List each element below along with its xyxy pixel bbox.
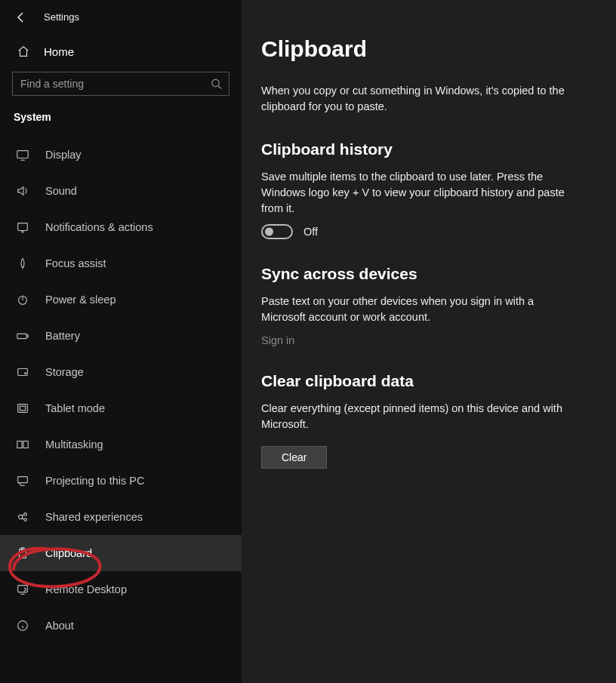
section-clear: Clear clipboard data Clear everything (e…	[261, 372, 586, 469]
sidebar-item-notifications[interactable]: Notifications & actions	[0, 209, 242, 245]
svg-rect-5	[26, 335, 28, 337]
sidebar-item-label: Display	[45, 149, 82, 161]
search-input[interactable]	[12, 72, 229, 96]
sidebar-item-label: Projecting to this PC	[45, 475, 144, 487]
sidebar-item-label: Battery	[45, 330, 80, 342]
history-desc: Save multiple items to the clipboard to …	[261, 169, 578, 217]
svg-rect-1	[17, 151, 28, 158]
page-title: Clipboard	[261, 36, 586, 62]
home-nav[interactable]: Home	[0, 34, 242, 69]
shared-icon	[15, 509, 30, 525]
sidebar-item-focus[interactable]: Focus assist	[0, 245, 242, 282]
svg-point-7	[25, 373, 26, 374]
svg-rect-8	[18, 405, 28, 413]
intro-text: When you copy or cut something in Window…	[261, 83, 578, 115]
display-icon	[15, 147, 30, 162]
sidebar-item-label: Sound	[45, 185, 77, 197]
tablet-icon	[15, 401, 30, 416]
sidebar-item-power[interactable]: Power & sleep	[0, 282, 242, 318]
home-icon	[17, 45, 30, 58]
focus-icon	[15, 256, 30, 271]
sidebar-item-label: Clipboard	[45, 547, 92, 559]
sidebar-item-tablet[interactable]: Tablet mode	[0, 390, 242, 426]
sidebar-item-display[interactable]: Display	[0, 137, 242, 173]
svg-rect-2	[18, 223, 28, 231]
main-content: Clipboard When you copy or cut something…	[242, 0, 616, 683]
sidebar-item-label: Multitasking	[45, 438, 103, 451]
sidebar-item-shared[interactable]: Shared experiences	[0, 499, 242, 535]
svg-rect-11	[23, 441, 28, 448]
sidebar-item-label: Remote Desktop	[45, 583, 127, 595]
svg-rect-10	[17, 441, 22, 448]
section-history: Clipboard history Save multiple items to…	[261, 140, 586, 239]
sidebar-item-label: Notifications & actions	[45, 221, 153, 233]
storage-icon	[15, 365, 30, 380]
svg-point-14	[24, 513, 27, 516]
remote-icon	[15, 582, 30, 597]
clipboard-icon	[15, 546, 30, 561]
sync-heading: Sync across devices	[261, 265, 586, 283]
battery-icon	[15, 328, 30, 343]
svg-rect-12	[18, 477, 28, 483]
back-button[interactable]	[15, 11, 27, 23]
sidebar-item-label: Focus assist	[45, 257, 106, 269]
sidebar-item-label: Storage	[45, 366, 84, 378]
sidebar-item-remote[interactable]: Remote Desktop	[0, 571, 242, 608]
svg-rect-16	[20, 549, 26, 558]
svg-point-15	[24, 518, 27, 521]
sidebar-item-clipboard[interactable]: Clipboard	[0, 535, 242, 571]
sidebar-item-label: About	[45, 620, 74, 632]
sidebar-item-storage[interactable]: Storage	[0, 354, 242, 390]
history-toggle-label: Off	[303, 226, 318, 238]
multitask-icon	[15, 437, 30, 452]
power-icon	[15, 292, 30, 307]
sidebar-item-about[interactable]: About	[0, 608, 242, 644]
sound-icon	[15, 183, 30, 198]
app-title: Settings	[44, 11, 79, 23]
sign-in-link[interactable]: Sign in	[261, 334, 294, 346]
sidebar-item-label: Shared experiences	[45, 511, 143, 523]
svg-point-0	[212, 79, 219, 86]
clear-heading: Clear clipboard data	[261, 372, 586, 390]
projecting-icon	[15, 473, 30, 488]
titlebar: Settings	[0, 0, 242, 34]
search-container	[12, 72, 229, 96]
sidebar: Settings Home System DisplaySoundNotific…	[0, 0, 242, 683]
category-heading: System	[0, 109, 242, 137]
home-label: Home	[44, 45, 74, 58]
search-icon	[211, 78, 222, 90]
svg-rect-9	[20, 406, 25, 410]
clear-button[interactable]: Clear	[261, 446, 327, 469]
sidebar-item-battery[interactable]: Battery	[0, 318, 242, 354]
sidebar-item-label: Tablet mode	[45, 402, 105, 414]
sidebar-item-projecting[interactable]: Projecting to this PC	[0, 463, 242, 499]
history-heading: Clipboard history	[261, 140, 586, 158]
svg-rect-4	[17, 334, 27, 338]
history-toggle[interactable]	[261, 224, 293, 239]
svg-rect-6	[18, 369, 28, 376]
sync-desc: Paste text on your other devices when yo…	[261, 294, 578, 325]
sidebar-item-label: Power & sleep	[45, 294, 116, 306]
nav-list: DisplaySoundNotifications & actionsFocus…	[0, 137, 242, 683]
about-icon	[15, 618, 30, 633]
section-sync: Sync across devices Paste text on your o…	[261, 265, 586, 346]
notifications-icon	[15, 220, 30, 235]
clear-desc: Clear everything (except pinned items) o…	[261, 401, 578, 432]
sidebar-item-sound[interactable]: Sound	[0, 173, 242, 209]
sidebar-item-multitask[interactable]: Multitasking	[0, 426, 242, 463]
